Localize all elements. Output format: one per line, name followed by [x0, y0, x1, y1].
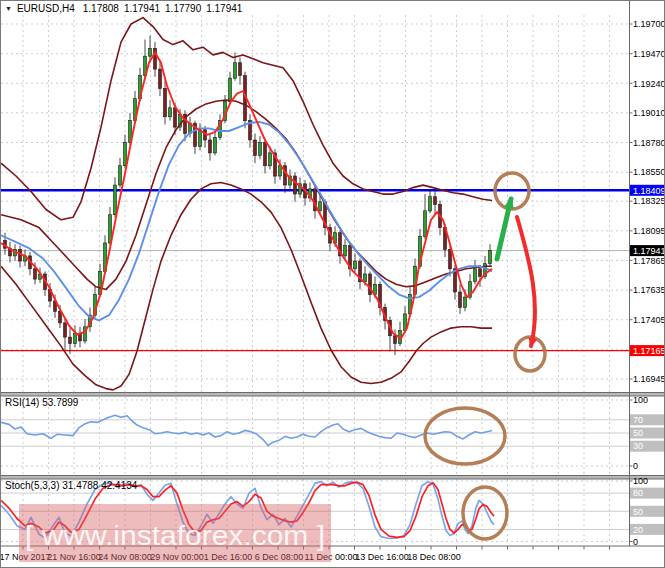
quote-close: 1.17941 — [206, 3, 242, 14]
price-axis-label: 1.18550 — [633, 167, 665, 177]
bear-candle — [369, 274, 372, 295]
price-axis-label: 1.19010 — [633, 108, 665, 118]
bear-candle — [19, 250, 22, 262]
grid-layer — [1, 15, 629, 544]
bear-candle — [209, 140, 212, 153]
rsi-indicator-label: RSI(14) 53.7899 — [5, 397, 78, 408]
price-axis-label: 1.17635 — [633, 285, 665, 295]
chart-title-bar: ▼ EURUSD,H4 1.17808 1.17941 1.17790 1.17… — [5, 2, 247, 14]
indicator-scale-label: 100 — [633, 476, 648, 486]
bull-candle — [214, 137, 217, 153]
stoch-indicator-label: Stoch(5,3,3) 31.4788 42.4134 — [5, 480, 137, 491]
time-axis-label: 18 Dec 08:00 — [407, 552, 461, 562]
panel-separator[interactable] — [1, 393, 665, 397]
bear-candle — [254, 140, 257, 156]
price-axis-label: 1.18095 — [633, 226, 665, 236]
indicator-scale-label: 0 — [633, 461, 638, 471]
bear-candle — [239, 63, 242, 76]
stoch-circle[interactable] — [463, 487, 507, 539]
price-axis-label: 1.18780 — [633, 138, 665, 148]
price-axis-label: 1.19240 — [633, 79, 665, 89]
bear-candle — [449, 250, 452, 269]
bull-candle — [364, 274, 367, 282]
indicator-scale-label: 0 — [633, 537, 638, 547]
bull-candle — [114, 185, 117, 215]
quote-low: 1.17790 — [165, 3, 201, 14]
quote-high: 1.17941 — [124, 3, 160, 14]
instaforex-watermark-text: [ www.instaforex.com ] — [25, 521, 325, 551]
bull-candle — [199, 130, 202, 147]
indicator-scale-label: 100 — [633, 395, 648, 405]
bull-candle — [344, 246, 347, 256]
indicator-level-label: 70 — [633, 415, 643, 425]
current-price-label: 1.17941 — [633, 246, 665, 256]
price-axis-label: 1.18325 — [633, 196, 665, 206]
watermark-layer: [ www.instaforex.com ] — [19, 504, 331, 562]
bull-candle — [319, 202, 322, 211]
bear-candle — [434, 197, 437, 205]
bear-candle — [174, 108, 177, 127]
panel-separator[interactable] — [1, 476, 665, 480]
bull-candle — [259, 143, 262, 156]
price-axis-layer: 1.197001.194701.192401.190101.187801.185… — [629, 19, 665, 547]
price-axis-label: 1.16945 — [633, 374, 665, 384]
bear-candle — [264, 143, 267, 166]
bull-candle — [119, 166, 122, 185]
bearish-arrow[interactable] — [517, 217, 535, 346]
bear-candle — [459, 292, 462, 308]
bull-candle — [124, 143, 127, 166]
bear-candle — [34, 269, 37, 279]
bear-candle — [164, 88, 167, 116]
bull-candle — [234, 63, 237, 78]
bear-candle — [294, 176, 297, 194]
indicator-level-label: 20 — [633, 525, 643, 535]
bear-candle — [64, 323, 67, 337]
symbol-timeframe-label: EURUSD,H4 — [17, 3, 75, 14]
price-axis-label: 1.17865 — [633, 256, 665, 266]
bull-candle — [424, 211, 427, 237]
price-axis-label: 1.19470 — [633, 49, 665, 59]
bear-candle — [159, 69, 162, 88]
bull-candle — [354, 261, 357, 269]
bull-candle — [229, 78, 232, 101]
price-line-label: 1.17165 — [633, 346, 665, 356]
rsi-circle[interactable] — [425, 408, 505, 464]
bull-candle — [429, 197, 432, 211]
price-axis-label: 1.19700 — [633, 19, 665, 29]
collapse-quotes-icon[interactable]: ▼ — [5, 5, 12, 12]
mt4-chart-window: 1.197001.194701.192401.190101.187801.185… — [0, 0, 665, 568]
time-axis-label: 13 Dec 16:00 — [355, 552, 409, 562]
bear-candle — [394, 336, 397, 344]
annotations-layer — [425, 173, 545, 539]
bull-candle — [269, 153, 272, 166]
bull-candle — [489, 251, 492, 264]
price-line-label: 1.18409 — [633, 186, 665, 196]
bull-candle — [464, 297, 467, 307]
indicator-level-label: 50 — [633, 428, 643, 438]
price-axis-label: 1.17405 — [633, 315, 665, 325]
bull-candle — [149, 49, 152, 57]
bear-candle — [479, 269, 482, 277]
indicator-level-label: 80 — [633, 488, 643, 498]
bear-candle — [69, 337, 72, 343]
bull-candle — [169, 108, 172, 117]
indicator-level-label: 30 — [633, 441, 643, 451]
bull-candle — [474, 269, 477, 282]
indicator-level-label: 50 — [633, 507, 643, 517]
quote-open: 1.17808 — [83, 3, 119, 14]
